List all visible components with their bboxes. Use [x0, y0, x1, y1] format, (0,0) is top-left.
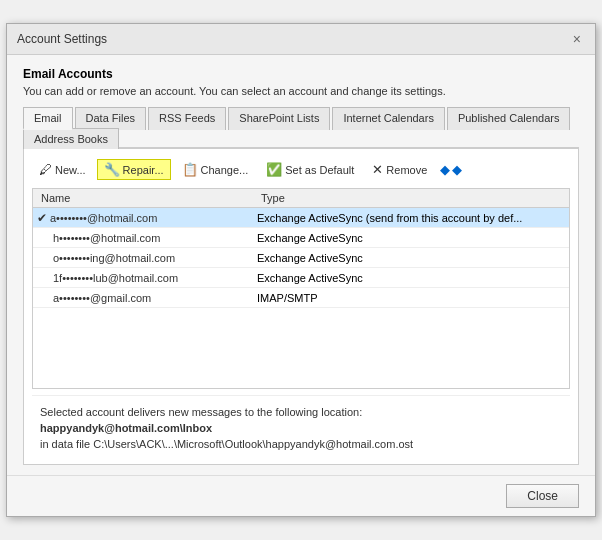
account-type-cell: Exchange ActiveSync — [257, 232, 565, 244]
section-title: Email Accounts — [23, 67, 579, 81]
footer-desc: Selected account delivers new messages t… — [40, 406, 562, 418]
col-name: Name — [37, 191, 257, 205]
account-name: a••••••••@gmail.com — [53, 292, 151, 304]
arrow-icons: ◆ ◆ — [440, 162, 462, 177]
account-name-cell: a••••••••@gmail.com — [37, 292, 257, 304]
tab-data-files[interactable]: Data Files — [75, 107, 147, 130]
tab-published-calendars[interactable]: Published Calendars — [447, 107, 571, 130]
dialog-body: Email Accounts You can add or remove an … — [7, 55, 595, 475]
account-name: o••••••••ing@hotmail.com — [53, 252, 175, 264]
default-icon: ✅ — [266, 162, 282, 177]
tabs-container: Email Data Files RSS Feeds SharePoint Li… — [23, 107, 579, 149]
up-arrow-icon[interactable]: ◆ — [440, 162, 450, 177]
tab-sharepoint-lists[interactable]: SharePoint Lists — [228, 107, 330, 130]
account-name-cell: 1f••••••••lub@hotmail.com — [37, 272, 257, 284]
change-icon: 📋 — [182, 162, 198, 177]
table-row[interactable]: ✔ a••••••••@hotmail.com Exchange ActiveS… — [33, 208, 569, 228]
repair-label: Repair... — [123, 164, 164, 176]
account-name-cell: o••••••••ing@hotmail.com — [37, 252, 257, 264]
down-arrow-icon[interactable]: ◆ — [452, 162, 462, 177]
account-type-cell: IMAP/SMTP — [257, 292, 565, 304]
account-name: 1f••••••••lub@hotmail.com — [53, 272, 178, 284]
section-desc: You can add or remove an account. You ca… — [23, 85, 579, 97]
check-icon: ✔ — [37, 211, 47, 225]
table-empty-space — [33, 308, 569, 388]
account-type-cell: Exchange ActiveSync — [257, 272, 565, 284]
tab-internet-calendars[interactable]: Internet Calendars — [332, 107, 445, 130]
set-default-button[interactable]: ✅ Set as Default — [259, 159, 361, 180]
footer-location: happyandyk@hotmail.com\Inbox — [40, 422, 562, 434]
table-row[interactable]: a••••••••@gmail.com IMAP/SMTP — [33, 288, 569, 308]
account-settings-dialog: Account Settings × Email Accounts You ca… — [6, 23, 596, 517]
footer-path-prefix: in data file — [40, 438, 90, 450]
remove-button[interactable]: ✕ Remove — [365, 159, 434, 180]
close-dialog-button[interactable]: Close — [506, 484, 579, 508]
table-row[interactable]: 1f••••••••lub@hotmail.com Exchange Activ… — [33, 268, 569, 288]
footer-path-value: C:\Users\ACK\...\Microsoft\Outlook\happy… — [93, 438, 413, 450]
tab-rss-feeds[interactable]: RSS Feeds — [148, 107, 226, 130]
repair-icon: 🔧 — [104, 162, 120, 177]
toolbar: 🖊 New... 🔧 Repair... 📋 Change... ✅ Set a… — [32, 157, 570, 182]
table-header: Name Type — [33, 189, 569, 208]
footer-path: in data file C:\Users\ACK\...\Microsoft\… — [40, 438, 562, 450]
account-type-cell: Exchange ActiveSync (send from this acco… — [257, 212, 565, 224]
account-type-cell: Exchange ActiveSync — [257, 252, 565, 264]
change-label: Change... — [201, 164, 249, 176]
title-bar: Account Settings × — [7, 24, 595, 55]
tab-content: 🖊 New... 🔧 Repair... 📋 Change... ✅ Set a… — [23, 149, 579, 465]
account-name-cell: ✔ a••••••••@hotmail.com — [37, 211, 257, 225]
accounts-table: Name Type ✔ a••••••••@hotmail.com Exchan… — [32, 188, 570, 389]
new-button[interactable]: 🖊 New... — [32, 159, 93, 180]
new-icon: 🖊 — [39, 162, 52, 177]
window-close-button[interactable]: × — [569, 30, 585, 48]
col-type: Type — [257, 191, 565, 205]
footer-info: Selected account delivers new messages t… — [32, 395, 570, 458]
remove-icon: ✕ — [372, 162, 383, 177]
table-row[interactable]: h••••••••@hotmail.com Exchange ActiveSyn… — [33, 228, 569, 248]
table-row[interactable]: o••••••••ing@hotmail.com Exchange Active… — [33, 248, 569, 268]
new-label: New... — [55, 164, 86, 176]
account-name: h••••••••@hotmail.com — [53, 232, 160, 244]
change-button[interactable]: 📋 Change... — [175, 159, 256, 180]
account-name: a••••••••@hotmail.com — [50, 212, 157, 224]
default-label: Set as Default — [285, 164, 354, 176]
dialog-footer: Close — [7, 475, 595, 516]
tab-address-books[interactable]: Address Books — [23, 128, 119, 149]
tab-email[interactable]: Email — [23, 107, 73, 130]
account-name-cell: h••••••••@hotmail.com — [37, 232, 257, 244]
repair-button[interactable]: 🔧 Repair... — [97, 159, 171, 180]
dialog-title: Account Settings — [17, 32, 107, 46]
remove-label: Remove — [386, 164, 427, 176]
